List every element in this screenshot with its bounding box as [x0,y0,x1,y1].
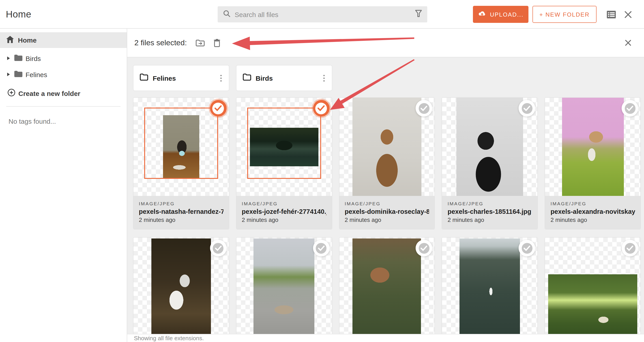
file-thumbnail [442,238,538,336]
file-thumbnail [339,238,435,336]
file-card[interactable] [545,238,640,342]
filter-icon[interactable] [415,10,422,19]
photo-black-pug [456,98,523,196]
file-thumbnail [134,238,229,336]
checkbox-selected[interactable] [313,100,330,117]
file-meta: IMAGE/JPEG pexels-alexandra-novitskaya-2… [545,196,640,229]
sidebar-item-felines[interactable]: Felines [0,69,127,80]
file-card[interactable]: IMAGE/JPEG pexels-charles-1851164.jpg 2 … [442,98,538,229]
deselect-all-icon[interactable] [625,40,632,46]
file-thumbnail [134,98,229,196]
no-tags-message: No tags found... [8,117,127,125]
chevron-right-icon[interactable] [7,57,10,60]
new-folder-button-label: + NEW FOLDER [540,11,590,18]
checkbox-unselected[interactable] [416,100,432,117]
selection-outline [144,108,218,179]
folder-card-row: Felines Birds [134,66,640,91]
file-name: pexels-alexandra-novitskaya-2... [550,208,635,215]
folder-card-birds[interactable]: Birds [236,66,332,91]
sidebar-item-birds[interactable]: Birds [0,53,127,64]
folder-card-name: Felines [153,74,214,82]
folder-card-felines[interactable]: Felines [134,66,229,91]
file-thumbnail [545,98,640,196]
home-icon [6,36,14,44]
plus-circle-icon [8,89,15,98]
search-icon [223,10,231,19]
file-timestamp: 2 minutes ago [344,216,429,223]
checkbox-unselected[interactable] [313,240,330,256]
selection-toolbar: 2 files selected: [127,29,644,57]
sidebar-divider [6,106,120,107]
file-name: pexels-natasha-fernandez-733... [139,208,224,215]
file-card[interactable]: IMAGE/JPEG pexels-jozef-fehér-2774140.jp… [236,98,332,229]
status-text: Showing all file extensions. [134,335,204,341]
photo-seagulls-on-rail [151,238,211,335]
file-mime-type: IMAGE/JPEG [344,201,429,206]
app-header: Home UPLOAD... + NEW FOLDER [0,0,644,29]
checkbox-unselected[interactable] [622,240,638,256]
file-card[interactable] [339,238,435,342]
status-bar: Showing all file extensions. [127,334,644,342]
file-meta: IMAGE/JPEG pexels-dominika-roseclay-8952… [339,196,435,229]
file-card[interactable]: IMAGE/JPEG pexels-dominika-roseclay-8952… [339,98,435,229]
file-card-grid: IMAGE/JPEG pexels-natasha-fernandez-733.… [134,98,640,342]
file-card[interactable]: IMAGE/JPEG pexels-natasha-fernandez-733.… [134,98,229,229]
checkbox-unselected[interactable] [416,240,432,256]
file-card[interactable]: IMAGE/JPEG pexels-alexandra-novitskaya-2… [545,98,640,229]
cloud-upload-icon [478,11,486,18]
folder-icon [14,71,22,78]
file-timestamp: 2 minutes ago [550,216,635,223]
file-mime-type: IMAGE/JPEG [448,201,532,206]
file-thumbnail [339,98,435,196]
selection-outline [247,108,321,179]
chevron-right-icon[interactable] [7,73,10,76]
close-icon[interactable] [624,11,632,18]
file-meta: IMAGE/JPEG pexels-natasha-fernandez-733.… [134,196,229,229]
checkbox-selected[interactable] [210,100,226,117]
folder-icon [14,55,22,62]
create-folder-button[interactable]: Create a new folder [0,87,127,99]
media-library-window: Home UPLOAD... + NEW FOLDER [0,0,644,342]
file-name: pexels-dominika-roseclay-8952... [344,208,429,215]
file-thumbnail [236,238,332,336]
sidebar-item-home[interactable]: Home [0,32,127,48]
file-card[interactable] [134,238,229,342]
photo-dog-in-green-fur [562,98,624,196]
search-bar[interactable] [218,6,427,23]
file-name: pexels-jozef-fehér-2774140.jpg [242,208,326,215]
file-card[interactable] [236,238,332,342]
table-icon [607,11,616,18]
upload-button-label: UPLOAD... [490,11,524,18]
move-folder-icon [196,39,205,46]
file-thumbnail [442,98,538,196]
file-card[interactable] [442,238,538,342]
photo-geese-on-road [254,238,314,335]
upload-button[interactable]: UPLOAD... [473,6,528,23]
create-folder-label: Create a new folder [18,89,80,97]
sidebar-home-label: Home [18,36,36,44]
file-meta: IMAGE/JPEG pexels-jozef-fehér-2774140.jp… [236,196,332,229]
file-mime-type: IMAGE/JPEG [550,201,635,206]
checkbox-unselected[interactable] [622,100,638,117]
file-meta: IMAGE/JPEG pexels-charles-1851164.jpg 2 … [442,196,538,229]
kebab-menu-icon[interactable] [321,73,326,83]
folder-card-name: Birds [256,74,317,82]
checkbox-unselected[interactable] [210,240,226,256]
file-name: pexels-charles-1851164.jpg [448,208,532,215]
move-to-folder-button[interactable] [196,39,205,46]
header-actions: UPLOAD... + NEW FOLDER [473,0,644,29]
search-input[interactable] [235,11,415,18]
file-timestamp: 2 minutes ago [448,216,532,223]
page-title: Home [6,9,31,20]
kebab-menu-icon[interactable] [218,73,224,83]
delete-button[interactable] [214,39,220,47]
list-view-toggle[interactable] [607,11,616,18]
folder-outline-icon [243,74,251,83]
sidebar-felines-label: Felines [26,71,47,78]
trash-icon [214,39,220,47]
checkbox-unselected[interactable] [518,100,535,117]
checkbox-unselected[interactable] [518,240,535,256]
file-browser: Felines Birds [127,57,644,342]
new-folder-button[interactable]: + NEW FOLDER [532,6,596,23]
photo-rabbits-in-grass [548,274,637,336]
